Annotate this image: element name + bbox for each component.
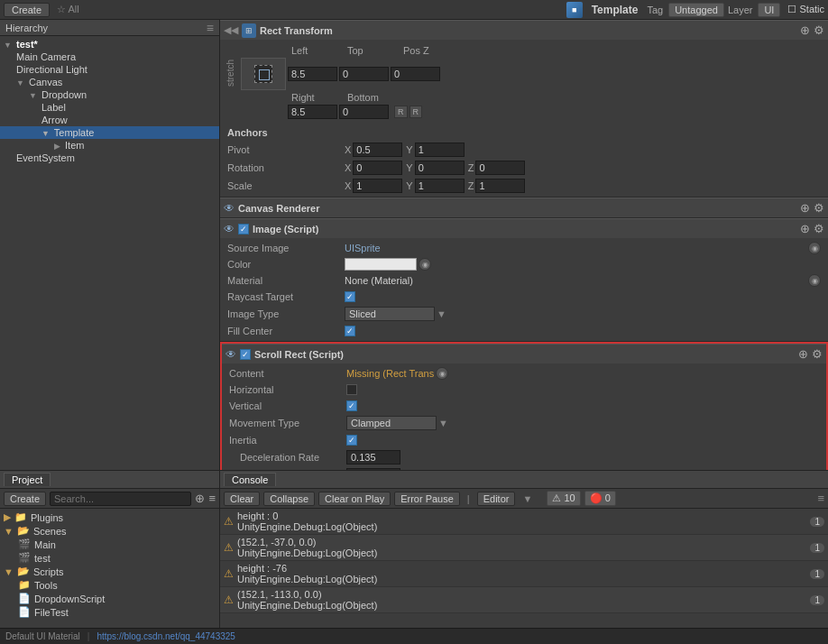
scroll-rect-menu[interactable]: ⚙ (812, 347, 823, 361)
hierarchy-item-main-camera[interactable]: Main Camera (0, 51, 219, 63)
color-swatch[interactable] (345, 258, 417, 271)
rotation-z-input[interactable] (475, 161, 525, 175)
image-info-icon[interactable]: ⊕ (800, 222, 810, 235)
console-entry-2[interactable]: ⚠ (152.1, -37.0, 0.0)UnityEngine.Debug:L… (220, 535, 828, 561)
editor-button[interactable]: Editor (477, 492, 516, 506)
rotation-x-input[interactable] (353, 161, 402, 175)
project-tab[interactable]: Project (4, 473, 51, 486)
right-input[interactable] (288, 105, 337, 119)
project-item-dropdownscript[interactable]: 📄 DropdownScript (0, 592, 219, 605)
bottom-input[interactable] (339, 105, 389, 119)
image-enabled-checkbox[interactable]: ✓ (238, 224, 249, 235)
tag-value[interactable]: Untagged (668, 3, 724, 17)
horizontal-checkbox[interactable] (346, 384, 357, 395)
canvas-renderer-info-icon[interactable]: ⊕ (800, 201, 810, 215)
rect-transform-info-icon[interactable]: ⊕ (800, 23, 810, 37)
project-tree: ▶ 📁 Plugins ▼ 📂 Scenes 🎬 Main 🎬 test ▼ 📂… (0, 509, 219, 628)
scale-y-input[interactable] (415, 179, 465, 193)
content-select-btn[interactable]: ◉ (436, 367, 448, 380)
scroll-rect-enabled-checkbox[interactable]: ✓ (240, 349, 251, 360)
hierarchy-item-template[interactable]: ▼ Template (0, 126, 219, 139)
console-entry-3[interactable]: ⚠ height : -76UnityEngine.Debug:Log(Obje… (220, 561, 828, 587)
project-item-scenes[interactable]: ▼ 📂 Scenes (0, 524, 219, 538)
warn-icon-4: ⚠ (224, 593, 234, 606)
hierarchy-item-dir-light[interactable]: Directional Light (0, 63, 219, 76)
hierarchy-item-eventsystem[interactable]: EventSystem (0, 152, 219, 164)
source-image-select-btn[interactable]: ◉ (808, 242, 821, 254)
clear-button[interactable]: Clear (224, 492, 260, 506)
anchor-diagram[interactable] (241, 58, 286, 90)
project-icon2[interactable]: ≡ (208, 492, 216, 505)
top-input[interactable] (339, 67, 389, 81)
canvas-renderer-header[interactable]: 👁 Canvas Renderer ⊕ ⚙ (220, 198, 828, 217)
material-select-btn[interactable]: ◉ (808, 274, 821, 287)
rect-transform-menu[interactable]: ⚙ (814, 23, 824, 37)
console-badge-2: 1 (810, 543, 824, 553)
pivot-y-input[interactable] (415, 143, 465, 157)
console-tab[interactable]: Console (224, 473, 276, 486)
image-type-dropdown[interactable]: Sliced (345, 307, 435, 321)
layer-value[interactable]: UI (758, 3, 780, 17)
material-value: None (Material) (345, 275, 806, 286)
image-script-section: 👁 ✓ Image (Script) ⊕ ⚙ Source Image UISp… (220, 218, 828, 342)
scale-x-input[interactable] (353, 179, 402, 193)
rect-transform-header[interactable]: ◀◀ ⊞ Rect Transform ⊕ ⚙ (220, 20, 828, 40)
movement-dropdown[interactable]: Clamped (346, 416, 437, 430)
source-image-value[interactable]: UISprite (345, 243, 806, 253)
pivot-x-label: X (345, 144, 351, 155)
project-item-filetest[interactable]: 📄 FileTest (0, 605, 219, 619)
hierarchy-item-label[interactable]: Label (0, 101, 219, 114)
project-create-btn[interactable]: Create (4, 492, 46, 506)
project-item-tools[interactable]: 📁 Tools (0, 578, 219, 592)
pivot-x-input[interactable] (353, 143, 402, 157)
test-scene-label: test (34, 553, 51, 564)
hierarchy-item-test[interactable]: ▼ test* (0, 38, 219, 51)
console-menu-icon[interactable]: ≡ (817, 492, 824, 505)
decel-input[interactable] (346, 450, 400, 465)
blueprint-button[interactable]: R (409, 106, 423, 118)
r-button[interactable]: R (394, 106, 408, 118)
color-select-btn[interactable]: ◉ (419, 258, 431, 271)
image-eye-icon[interactable]: 👁 (224, 223, 235, 235)
collapse-button[interactable]: Collapse (263, 492, 315, 506)
rotation-label: Rotation (227, 162, 345, 173)
raycast-checkbox[interactable]: ✓ (345, 291, 355, 302)
error-pause-button[interactable]: Error Pause (394, 492, 460, 506)
project-item-plugins[interactable]: ▶ 📁 Plugins (0, 511, 219, 524)
inertia-checkbox[interactable]: ✓ (346, 435, 357, 446)
project-item-main[interactable]: 🎬 Main (0, 538, 219, 551)
right-label: Right (291, 92, 345, 103)
scroll-rect-header[interactable]: 👁 ✓ Scroll Rect (Script) ⊕ ⚙ (222, 344, 826, 363)
hierarchy-item-arrow[interactable]: Arrow (0, 114, 219, 126)
vertical-label: Vertical (229, 400, 346, 411)
canvas-renderer-eye-icon[interactable]: 👁 (224, 202, 235, 215)
scroll-rect-eye-icon[interactable]: 👁 (225, 348, 236, 361)
hierarchy-create-button[interactable]: Create (4, 3, 50, 17)
pivot-row: Pivot X Y (220, 141, 828, 159)
hierarchy-item-canvas[interactable]: ▼ Canvas (0, 76, 219, 88)
image-menu[interactable]: ⚙ (814, 222, 824, 235)
vertical-checkbox[interactable]: ✓ (346, 400, 357, 411)
layer-label: Layer (728, 5, 753, 15)
image-script-header[interactable]: 👁 ✓ Image (Script) ⊕ ⚙ (220, 218, 828, 238)
project-item-scripts[interactable]: ▼ 📂 Scripts (0, 565, 219, 578)
url-label[interactable]: https://blog.csdn.net/qq_44743325 (97, 631, 235, 641)
hierarchy-item-item[interactable]: ▶ Item (0, 139, 219, 152)
hierarchy-item-dropdown[interactable]: ▼ Dropdown (0, 88, 219, 101)
canvas-renderer-menu[interactable]: ⚙ (814, 201, 824, 215)
fill-center-checkbox[interactable]: ✓ (345, 326, 355, 336)
posz-input[interactable] (391, 67, 440, 81)
rotation-y-input[interactable] (415, 161, 465, 175)
static-checkbox[interactable]: ☐ Static (787, 4, 824, 15)
console-entry-4[interactable]: ⚠ (152.1, -113.0, 0.0)UnityEngine.Debug:… (220, 587, 828, 613)
project-search-input[interactable] (50, 492, 191, 506)
project-icon1[interactable]: ⊕ (195, 492, 205, 505)
hierarchy-menu-icon[interactable]: ≡ (207, 21, 214, 35)
scale-z-input[interactable] (475, 179, 525, 193)
left-input[interactable] (288, 67, 337, 81)
clear-on-play-button[interactable]: Clear on Play (318, 492, 391, 506)
console-entry-1[interactable]: ⚠ height : 0UnityEngine.Debug:Log(Object… (220, 509, 828, 535)
scroll-rect-info-icon[interactable]: ⊕ (798, 347, 808, 361)
inspector-panel: ◀◀ ⊞ Rect Transform ⊕ ⚙ stretch Left (220, 20, 828, 470)
project-item-test[interactable]: 🎬 test (0, 551, 219, 565)
